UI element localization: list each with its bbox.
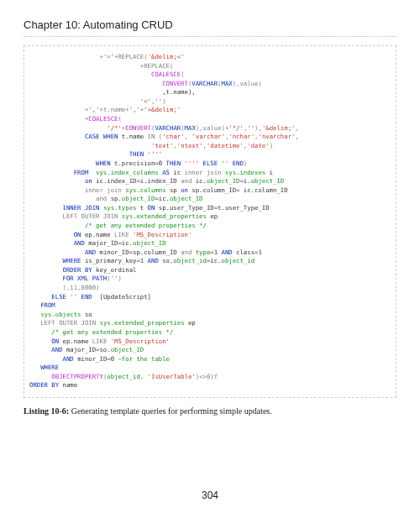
kw: AND: [148, 257, 159, 264]
t: sp.column_ID= ic.column_ID: [188, 186, 288, 194]
str: '&delim;': [262, 124, 296, 132]
t: t.precision=0: [111, 160, 166, 167]
str: '': [70, 293, 77, 301]
kw: AND: [85, 249, 96, 256]
kw: END: [77, 293, 92, 301]
kw: ORDER BY: [29, 381, 59, 389]
t: name: [59, 381, 77, 389]
str: 'MS_Description': [133, 231, 192, 238]
kw: and: [181, 249, 196, 256]
code-listing: +'='+REPLACE('&delim;<' +REPLACE( COALES…: [29, 53, 391, 390]
listing-label: Listing 10-6:: [24, 406, 69, 416]
t: ): [244, 160, 247, 167]
str: '&delim;<': [148, 53, 185, 60]
t: class=1: [233, 249, 262, 256]
kw: inner join: [185, 169, 225, 176]
t: major_ID=ic.: [85, 239, 133, 247]
kw: THEN: [129, 150, 148, 158]
kw: FROM: [74, 169, 96, 176]
kw: AND: [51, 346, 62, 353]
t: ),: [255, 124, 262, 132]
str: 'MS_Description': [111, 337, 170, 345]
kw: ELSE: [199, 160, 221, 167]
t: (: [118, 115, 121, 123]
str: 'date': [247, 142, 269, 149]
t: (: [155, 133, 162, 140]
t: so: [81, 311, 92, 318]
fn: OBJECTPROPERTY: [51, 373, 103, 380]
t: ): [162, 97, 165, 105]
t: type: [196, 249, 211, 256]
kw: on: [85, 177, 92, 185]
chapter-title: Chapter 10: Automating CRUD: [24, 18, 396, 37]
str: '=': [103, 53, 114, 60]
t: ,t.name),: [162, 88, 196, 96]
kw: MAX: [185, 124, 196, 132]
kw: WHERE: [40, 364, 59, 371]
kw: MAX: [222, 80, 233, 87]
kw: ORDER BY: [63, 266, 92, 274]
str: '*/': [228, 124, 244, 132]
sys: object_ID: [122, 195, 155, 202]
str: '''': [185, 160, 200, 167]
str: 'varchar': [192, 133, 225, 140]
kw: AND: [221, 249, 232, 256]
kw: AS: [159, 169, 170, 176]
kw: VARCHAR: [155, 124, 181, 132]
t: ),value): [233, 80, 262, 87]
t: ),value)+: [196, 124, 229, 132]
kw: ON: [74, 231, 81, 238]
page-number: 304: [0, 489, 420, 501]
kw: AND: [63, 355, 74, 363]
sys: object_id: [221, 257, 255, 264]
t: ep.name: [81, 231, 115, 238]
kw: WHEN: [96, 160, 111, 167]
kw: on: [181, 186, 188, 194]
t: key_ordinal: [92, 266, 137, 274]
sys: sys.objects: [40, 311, 81, 318]
listing-text: Generating template queries for performi…: [69, 406, 272, 416]
t: so.: [159, 257, 174, 264]
sys: object_ID: [133, 239, 166, 247]
kw: FOR XML PATH: [63, 275, 108, 282]
str: '': [247, 124, 255, 132]
sys: object_ID: [111, 346, 144, 353]
kw: FROM: [40, 301, 55, 309]
sys: sys.extended_properties: [122, 212, 207, 220]
t: ic: [170, 169, 185, 176]
t: t.name: [118, 133, 147, 140]
t: [UpdateScript]: [92, 293, 151, 301]
kw: VARCHAR: [192, 80, 218, 87]
t: ,: [140, 373, 148, 380]
str: 'ntext': [177, 142, 203, 149]
comment: /* get any extended properties */: [85, 222, 207, 229]
kw: END: [228, 160, 244, 167]
t: minor_ID=0: [74, 355, 118, 363]
t: ): [118, 275, 121, 282]
str: ',': [129, 106, 140, 113]
str: 'datetime': [207, 142, 244, 149]
sys: sys.columns: [125, 186, 165, 194]
t: sp.: [107, 195, 122, 202]
kw: CASE WHEN: [85, 133, 118, 140]
t: major_ID=so.: [63, 346, 111, 353]
t: ic.: [192, 177, 207, 185]
t: ep: [207, 212, 218, 220]
str: 'IsUserTable': [148, 373, 196, 380]
kw: THEN: [166, 160, 185, 167]
sys: sys.indexes: [225, 169, 265, 176]
str: '': [221, 160, 228, 167]
t: ic.index_ID=i.index_ID: [92, 177, 181, 185]
t: minor_ID=sp.column_ID: [96, 249, 181, 256]
sys: object_id: [107, 373, 140, 380]
sys: object_ID: [251, 177, 285, 185]
t: i: [265, 169, 273, 176]
comment: /* get any extended properties */: [51, 328, 173, 336]
t: (: [181, 71, 184, 78]
str: 'text': [151, 142, 173, 149]
comment: —for the table: [118, 355, 170, 363]
t: ep: [185, 319, 196, 327]
t: t: [136, 204, 147, 212]
t: =1: [210, 249, 221, 256]
fn: COALESCE: [151, 71, 181, 78]
